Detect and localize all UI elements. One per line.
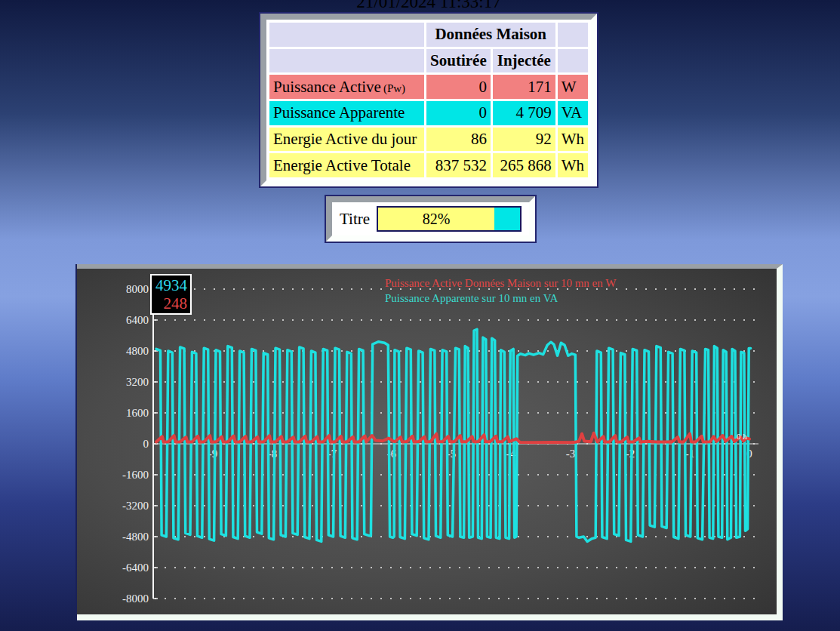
power-chart: 800064004800320016000-1600-3200-4800-640… [77,269,777,614]
progress-remainder [494,208,520,230]
current-apparente-value: 4934 [152,276,187,294]
table-row: Puissance Active(Pw) 0 171 W [269,75,588,99]
value-soutiree: 0 [426,75,491,99]
svg-text:3200: 3200 [126,376,149,388]
chart-area: 800064004800320016000-1600-3200-4800-640… [77,269,777,614]
value-soutiree: 0 [426,101,491,125]
row-label: Puissance Active(Pw) [269,75,424,99]
svg-text:0 h: 0 h [737,432,747,441]
value-soutiree: 837 532 [426,153,491,177]
svg-text:-8000: -8000 [122,593,149,605]
value-injectee: 265 868 [493,153,555,177]
row-label: Puissance Apparente [269,101,424,125]
empty-unit-header-cell [558,49,588,73]
value-injectee: 4 709 [493,101,555,125]
svg-text:-3: -3 [566,448,576,460]
titre-gauge-panel: Titre 82% [325,195,537,243]
row-label: Energie Active Totale [269,153,424,177]
empty-header-cell [269,23,424,47]
table-row: Energie Active du jour 86 92 Wh [269,128,588,152]
svg-text:-1: -1 [685,448,695,460]
progress-bar: 82% [377,206,522,232]
table-row: Puissance Apparente 0 4 709 VA [269,101,588,125]
table-bevel-frame: Données Maison Soutirée Injectée Puissan… [260,14,597,186]
current-values-box: 4934 248 [150,274,192,315]
gauge-bevel-frame: Titre 82% [326,196,535,242]
empty-unit-header-cell [558,23,588,47]
current-active-value: 248 [152,294,187,312]
svg-text:-6400: -6400 [122,562,149,574]
unit-cell: VA [558,101,588,125]
progress-fill: 82% [378,208,494,230]
value-soutiree: 86 [426,128,491,152]
svg-text:-2: -2 [626,448,635,460]
table-group-header-row: Données Maison [269,23,588,47]
col-header-soutiree: Soutirée [426,49,491,73]
dashboard-background: 21/01/2024 11:33:17 Données Maison Souti… [0,0,840,631]
svg-text:-4800: -4800 [122,531,149,543]
donnees-maison-table: Données Maison Soutirée Injectée Puissan… [267,20,590,180]
svg-text:1600: 1600 [126,407,149,419]
legend-puissance-active: Puissance Active Données Maison sur 10 m… [385,277,616,290]
svg-text:4800: 4800 [126,345,149,357]
chart-bevel-frame: 800064004800320016000-1600-3200-4800-640… [77,264,783,620]
svg-text:-1600: -1600 [122,469,149,481]
unit-cell: Wh [558,128,588,152]
row-label: Energie Active du jour [269,128,424,152]
table-row: Energie Active Totale 837 532 265 868 Wh [269,153,588,177]
timestamp: 21/01/2024 11:33:17 [259,0,598,12]
value-injectee: 171 [493,75,555,99]
svg-text:6400: 6400 [126,314,149,326]
col-header-injectee: Injectée [493,49,555,73]
data-table-panel: Données Maison Soutirée Injectée Puissan… [259,12,598,188]
svg-text:0: 0 [143,438,149,450]
gauge-label: Titre [340,210,370,229]
unit-cell: W [558,75,588,99]
value-injectee: 92 [493,128,555,152]
svg-text:-3200: -3200 [122,500,149,512]
progress-percent: 82% [423,211,451,228]
table-subheader-row: Soutirée Injectée [269,49,588,73]
group-header: Données Maison [426,23,555,47]
svg-text:8000: 8000 [126,283,149,295]
chart-panel: 800064004800320016000-1600-3200-4800-640… [75,264,783,620]
unit-cell: Wh [558,153,588,177]
empty-header-cell [269,49,424,73]
row-label-suffix: (Pw) [383,82,405,94]
legend-puissance-apparente: Puissance Apparente sur 10 mn en VA [385,292,558,305]
